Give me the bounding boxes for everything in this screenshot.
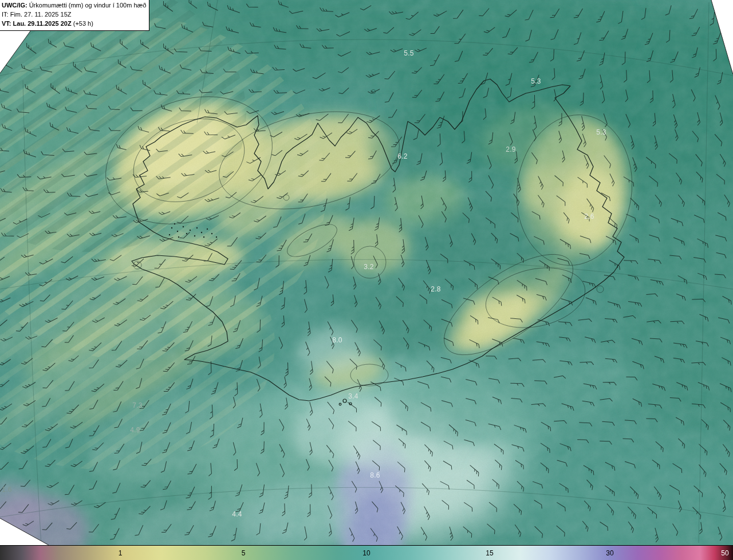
colorbar-tick-label: 1 [119,549,123,557]
colorbar-tick-label: 10 [362,549,370,557]
product-id: UWC/IG: [2,2,27,9]
precipitation-colorbar: 1510153050 [0,545,733,560]
product-title: Úrkomumætti (mm) og vindur í 100m hæð [27,2,147,9]
colorbar-tick-label: 5 [242,549,246,557]
grain-texture [0,0,733,545]
title-line-init: IT: Fim. 27. 11. 2025 15Z [2,10,146,19]
precipitation-field [0,0,733,545]
valid-time-offset: (+53 h) [72,20,93,27]
colorbar-tick-label: 15 [486,549,493,557]
title-line-valid: VT: Lau. 29.11.2025 20Z (+53 h) [2,19,146,29]
init-time: Fim. 27. 11. 2025 15Z [9,11,72,18]
colorbar-tick-label: 50 [721,549,728,557]
map-title-box: UWC/IG: Úrkomumætti (mm) og vindur í 100… [0,0,149,31]
valid-time-label: VT: Lau. 29.11.2025 20Z [2,20,72,27]
weather-map: 5.55.35.36.22.92.63.22.88.03.47.34.98.64… [0,0,733,560]
colorbar-tick-label: 30 [606,549,613,557]
title-line-product: UWC/IG: Úrkomumætti (mm) og vindur í 100… [2,1,146,10]
init-time-label: IT: [2,11,9,18]
